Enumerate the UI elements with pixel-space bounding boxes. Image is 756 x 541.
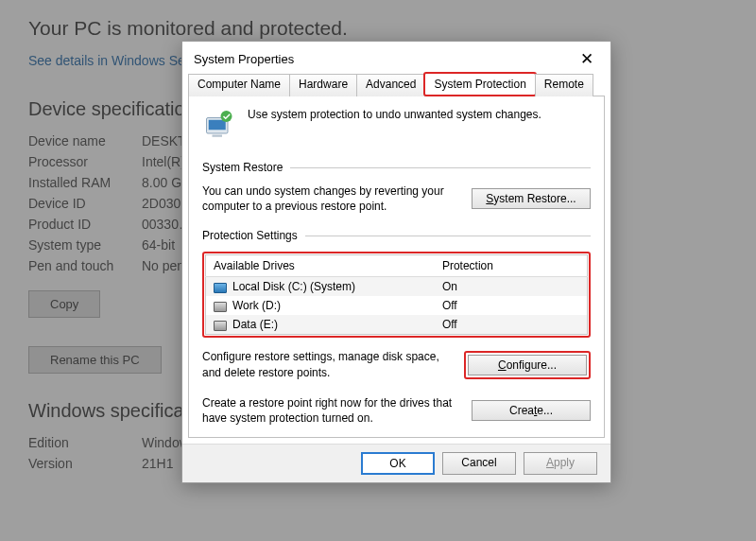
apply-button[interactable]: Apply xyxy=(524,452,597,475)
drive-name: Data (E:) xyxy=(232,318,278,331)
system-protection-icon xyxy=(202,108,236,142)
tab-advanced[interactable]: Advanced xyxy=(356,74,425,96)
intro-text: Use system protection to undo unwanted s… xyxy=(248,108,541,142)
ok-button[interactable]: OK xyxy=(361,452,435,475)
configure-text: Configure restore settings, manage disk … xyxy=(202,349,453,379)
dialog-body: Use system protection to undo unwanted s… xyxy=(188,96,605,438)
protection-settings-heading: Protection Settings xyxy=(202,229,298,242)
drive-icon xyxy=(214,321,227,331)
dialog-title: System Properties xyxy=(194,52,294,66)
svg-rect-1 xyxy=(209,120,226,131)
create-button[interactable]: Create... xyxy=(472,400,591,421)
tab-hardware[interactable]: Hardware xyxy=(289,74,357,96)
table-row[interactable]: Local Disk (C:) (System)On xyxy=(206,277,588,297)
divider xyxy=(305,236,591,236)
drive-name: Local Disk (C:) (System) xyxy=(232,280,355,293)
configure-button[interactable]: Configure... xyxy=(468,355,587,375)
drives-table[interactable]: Available Drives Protection Local Disk (… xyxy=(205,254,588,335)
drive-icon xyxy=(214,283,227,293)
divider xyxy=(290,167,591,168)
drive-protection: Off xyxy=(435,296,588,315)
col-drives: Available Drives xyxy=(206,255,435,277)
system-restore-heading: System Restore xyxy=(202,161,283,174)
cancel-button[interactable]: Cancel xyxy=(442,452,516,475)
dialog-footer: OK Cancel Apply xyxy=(182,444,610,482)
drives-highlight-box: Available Drives Protection Local Disk (… xyxy=(202,252,591,338)
drive-protection: Off xyxy=(435,315,588,335)
system-restore-button[interactable]: System Restore... xyxy=(472,188,591,209)
svg-point-3 xyxy=(221,111,232,122)
table-row[interactable]: Work (D:)Off xyxy=(206,296,588,315)
configure-highlight-box: Configure... xyxy=(464,351,591,379)
close-icon[interactable]: ✕ xyxy=(575,49,599,69)
svg-rect-2 xyxy=(213,135,223,137)
system-restore-text: You can undo system changes by reverting… xyxy=(202,183,460,214)
create-text: Create a restore point right now for the… xyxy=(202,395,460,426)
tab-remote[interactable]: Remote xyxy=(535,74,593,96)
drive-name: Work (D:) xyxy=(232,299,281,312)
drive-icon xyxy=(214,302,227,312)
tab-system-protection[interactable]: System Protection xyxy=(424,73,535,96)
table-row[interactable]: Data (E:)Off xyxy=(206,315,588,335)
col-protection: Protection xyxy=(435,255,588,277)
tabstrip: Computer Name Hardware Advanced System P… xyxy=(182,73,610,96)
system-properties-dialog: System Properties ✕ Computer Name Hardwa… xyxy=(181,41,611,483)
tab-computer-name[interactable]: Computer Name xyxy=(188,74,290,96)
drive-protection: On xyxy=(435,277,588,297)
